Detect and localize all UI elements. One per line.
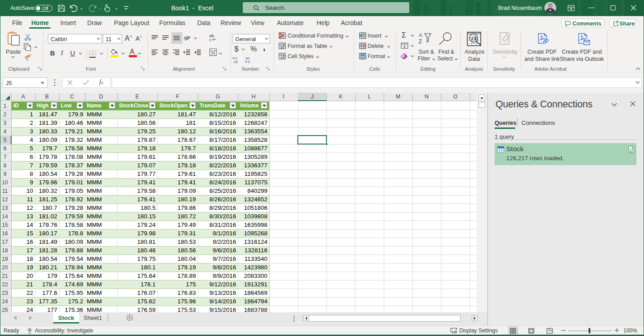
svg-text:.00: .00 <box>233 60 238 64</box>
svg-text:0: 0 <box>248 60 250 64</box>
svg-text:c: c <box>209 37 212 42</box>
svg-text:Z: Z <box>419 38 422 44</box>
svg-text:A: A <box>419 32 423 38</box>
